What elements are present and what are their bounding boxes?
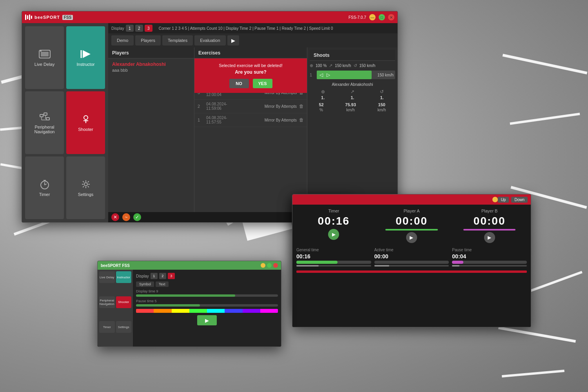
corner-val: 1. [321,95,325,100]
trash-icon[interactable]: 🗑 [299,117,304,123]
title-bar-right: FSS-7.0.7 — □ ✕ [348,14,394,20]
general-time-value: 00:16 [296,253,371,260]
timer-top-grid: Timer 00:16 ▶ Player A 00:00 ▶ Player B … [296,209,527,243]
settings-minimize-btn[interactable] [261,263,265,268]
settings-slider-display: Display time 9 [136,289,278,297]
settings-display-2[interactable]: 2 [159,273,166,279]
exercise-date: 04.08.2024-11:59:06 [206,102,252,111]
settings-close-btn[interactable] [273,263,278,268]
display-label: Display [111,26,124,31]
general-bar-fill [296,261,338,264]
settings-display-row: Display 1 2 3 [136,273,278,279]
settings-slider-pause-bar[interactable] [136,304,278,307]
tab-evaluation[interactable]: Evaluation [194,35,225,45]
col-exercises: Exercises Selected exercise will be dele… [194,47,307,212]
color-seg-cyan [207,309,225,313]
tab-templates[interactable]: Templates [162,35,193,45]
bee-logo [25,15,32,20]
timer-window: Up Down Timer 00:16 ▶ Player A 00:00 ▶ P… [292,194,531,327]
trash-icon[interactable]: 🗑 [299,103,304,109]
timer-play-button[interactable]: ▶ [328,229,339,240]
settings-sb-periph-label: Peripheral Navigation [99,299,115,306]
status-icon-warn: ~ [122,213,130,221]
restore-button[interactable]: □ [379,14,385,20]
avg-speed-unit: km/h [346,108,355,112]
settings-slider-pause-label: Pause time 5 [136,299,278,303]
delete-no-button[interactable]: NO [229,79,249,88]
settings-sb-settings[interactable]: Settings [116,321,132,333]
settings-nav-tabs: Symbol Text [136,281,278,287]
timer-minimize-btn[interactable] [492,197,498,202]
status-icon-ok: ✓ [133,213,141,221]
timer-stats-grid: General time 00:16 Active time 00:00 [296,246,527,267]
max-speed-unit: km/h [377,108,386,112]
settings-sb-periph[interactable]: Peripheral Navigation [99,296,115,308]
peripheral-nav-button[interactable]: Peripheral Navigation [25,91,64,154]
shooter-label: Shooter [78,127,93,132]
active-time-section: Active time 00:00 [374,248,449,267]
player-a-label: Player A [404,209,420,213]
player-name: Alexander Abnakohoshi [112,62,190,67]
instructor-button[interactable]: Instructor [66,26,105,89]
shoot-detail-row: ⊕ 1. ↗ 1. ↺ 1. [310,89,395,100]
peripheral-nav-icon [38,111,51,122]
player-sub: aaa bbb [112,68,190,73]
settings-content: Live Delay Instructor Peripheral Navigat… [98,270,281,347]
player-a-bar [385,229,437,230]
display-num-3[interactable]: 3 [145,25,152,32]
player-b-play[interactable]: ▶ [484,232,495,243]
exercise-name: Mirror By Attempts [252,118,297,122]
color-seg-green [189,309,207,313]
settings-sb-shooter[interactable]: Shooter [116,296,132,308]
exercise-name: Mirror By Attempts [252,104,297,109]
settings-sb-instructor[interactable]: Instructor [116,271,132,283]
timer-button[interactable]: Timer [25,156,64,219]
exercise-row[interactable]: 1 04.08.2024-11:57:55 Mirror By Attempts… [194,113,307,127]
color-seg-red [136,309,154,313]
settings-sb-timer[interactable]: Timer [99,321,115,333]
settings-sb-settings-label: Settings [118,325,129,329]
color-seg-blue [225,309,242,313]
shooter-button[interactable]: Shooter [66,91,105,154]
up-button[interactable]: Up [498,197,509,203]
player-a-play[interactable]: ▶ [406,232,417,243]
settings-slider-display-label: Display time 9 [136,289,278,293]
pause-time-label: Pause time [452,248,527,252]
main-window: beeSPORT FSS FSS-7.0.7 — □ ✕ Live Delay [22,11,398,223]
display-num-1[interactable]: 1 [126,25,134,32]
shoots-speed2: 150 km/h [359,64,376,68]
settings-display-3[interactable]: 3 [168,273,175,279]
settings-sb-livedelay[interactable]: Live Delay [99,271,115,283]
shoot-player-name: Alexander Abnakohoshi [310,82,395,87]
play-button[interactable]: ▶ [227,35,239,45]
settings-restore-btn[interactable] [267,263,272,268]
delete-yes-button[interactable]: YES [253,79,272,88]
title-bar: beeSPORT FSS FSS-7.0.7 — □ ✕ [22,11,397,23]
shoot-idx: 1 [310,73,314,77]
close-button[interactable]: ✕ [388,14,394,20]
instructor-icon [80,49,92,60]
down-button[interactable]: Down [511,197,528,203]
exercise-row[interactable]: 2 04.08.2024-11:59:06 Mirror By Attempts… [194,100,307,113]
pause-time-value: 00:04 [452,253,527,260]
tab-demo[interactable]: Demo [111,35,134,45]
tab-players[interactable]: Players [135,35,161,45]
settings-tab-symbol[interactable]: Symbol [136,281,154,287]
svg-rect-6 [44,113,47,115]
settings-window-controls [261,263,278,268]
settings-tab-text[interactable]: Text [156,281,169,287]
player-item[interactable]: Alexander Abnakohoshi aaa bbb [108,58,194,76]
live-delay-button[interactable]: Live Delay [25,26,64,89]
app-version: FSS-7.0.7 [348,15,366,20]
active-time-value: 00:00 [374,253,449,260]
timer-icon [39,179,50,190]
settings-slider-display-bar[interactable] [136,294,278,297]
settings-display-1[interactable]: 1 [151,273,158,279]
bee-bar-2 [27,15,28,19]
settings-button[interactable]: Settings [66,156,105,219]
color-seg-magenta [260,309,278,313]
display-num-2[interactable]: 2 [135,25,143,32]
minimize-button[interactable]: — [369,14,376,20]
settings-play-btn[interactable]: ▶ [197,315,217,325]
settings-label: Settings [78,192,94,197]
